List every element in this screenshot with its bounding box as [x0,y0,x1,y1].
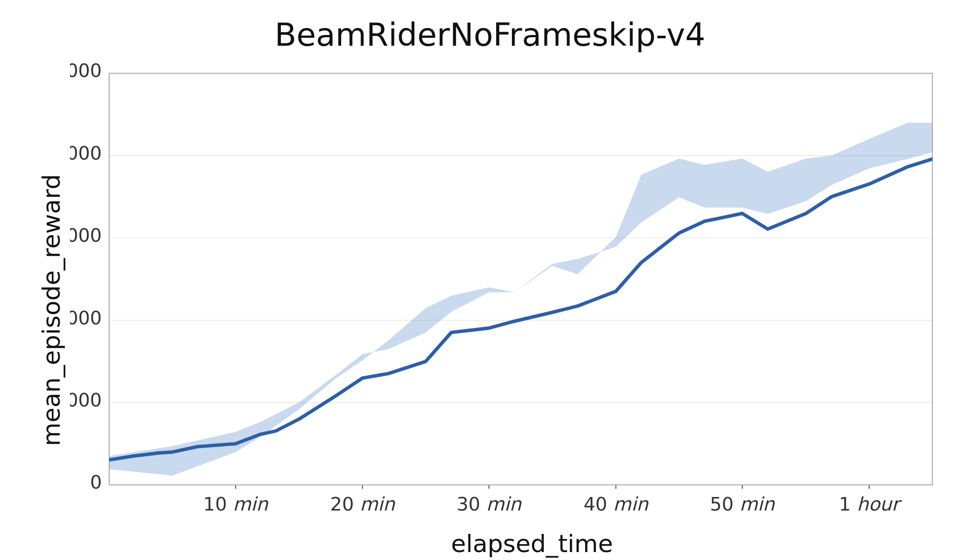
svg-text:1 hour: 1 hour [839,493,902,515]
svg-text:0: 0 [90,471,102,493]
y-axis-label: mean_episode_reward [28,63,70,558]
chart-container: BeamRiderNoFrameskip-v4 mean_episode_rew… [0,0,980,560]
svg-text:10 min: 10 min [203,493,269,515]
svg-text:20 min: 20 min [330,493,396,515]
svg-text:40 min: 40 min [583,493,649,515]
svg-text:2000: 2000 [70,307,102,329]
svg-text:30 min: 30 min [456,493,522,515]
svg-text:1000: 1000 [70,389,102,411]
chart-body: mean_episode_reward 0 [28,63,952,558]
svg-text:5000: 5000 [70,63,102,81]
svg-rect-0 [109,73,932,485]
chart-title: BeamRiderNoFrameskip-v4 [275,16,706,53]
svg-text:4000: 4000 [70,142,102,164]
chart-wrapper: BeamRiderNoFrameskip-v4 mean_episode_rew… [28,16,952,544]
svg-text:3000: 3000 [70,224,102,246]
chart-svg: 0 1000 2000 3000 [70,63,952,525]
svg-text:50 min: 50 min [710,493,775,515]
chart-area: 0 1000 2000 3000 [70,63,952,525]
x-axis-label: elapsed_time [70,530,952,558]
